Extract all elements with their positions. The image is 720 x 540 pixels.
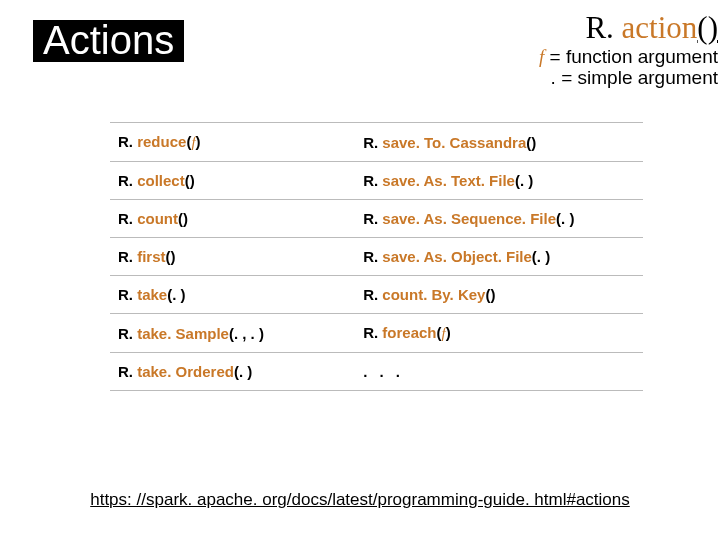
ellipsis: . . . (363, 363, 404, 380)
action-cell: R. first() (118, 248, 176, 265)
action-cell: R. reduce(f) (118, 133, 201, 150)
table-row: R. take. Ordered(. ) . . . (110, 353, 643, 391)
header-code: R. action() (539, 10, 718, 46)
action-cell: R. count. By. Key() (363, 286, 495, 303)
action-cell: R. count() (118, 210, 188, 227)
table-row: R. take(. ) R. count. By. Key() (110, 276, 643, 314)
table-row: R. count() R. save. As. Sequence. File(.… (110, 200, 643, 238)
title-band: Actions (33, 20, 184, 62)
action-cell: R. take(. ) (118, 286, 186, 303)
action-cell: R. take. Sample(. , . ) (118, 325, 264, 342)
table-row: R. first() R. save. As. Object. File(. ) (110, 238, 643, 276)
actions-table: R. reduce(f) R. save. To. Cassandra() R.… (110, 122, 643, 391)
slide-title: Actions (43, 18, 174, 62)
header-right: R. action() f = function argument . = si… (539, 10, 718, 89)
action-cell: R. take. Ordered(. ) (118, 363, 252, 380)
slide: Actions R. action() f = function argumen… (0, 0, 720, 540)
action-cell: R. collect() (118, 172, 195, 189)
legend-function: f = function argument (539, 46, 718, 68)
action-cell: R. save. As. Text. File(. ) (363, 172, 533, 189)
footer-link-wrap: https: //spark. apache. org/docs/latest/… (0, 490, 720, 510)
table-row: R. take. Sample(. , . ) R. foreach(f) (110, 314, 643, 353)
action-cell: R. save. To. Cassandra() (363, 134, 536, 151)
action-cell: R. save. As. Object. File(. ) (363, 248, 550, 265)
docs-link[interactable]: https: //spark. apache. org/docs/latest/… (90, 490, 630, 509)
action-cell: R. save. As. Sequence. File(. ) (363, 210, 574, 227)
action-cell: R. foreach(f) (363, 324, 451, 341)
legend-simple: . = simple argument (539, 67, 718, 89)
table-row: R. reduce(f) R. save. To. Cassandra() (110, 123, 643, 162)
table-row: R. collect() R. save. As. Text. File(. ) (110, 162, 643, 200)
